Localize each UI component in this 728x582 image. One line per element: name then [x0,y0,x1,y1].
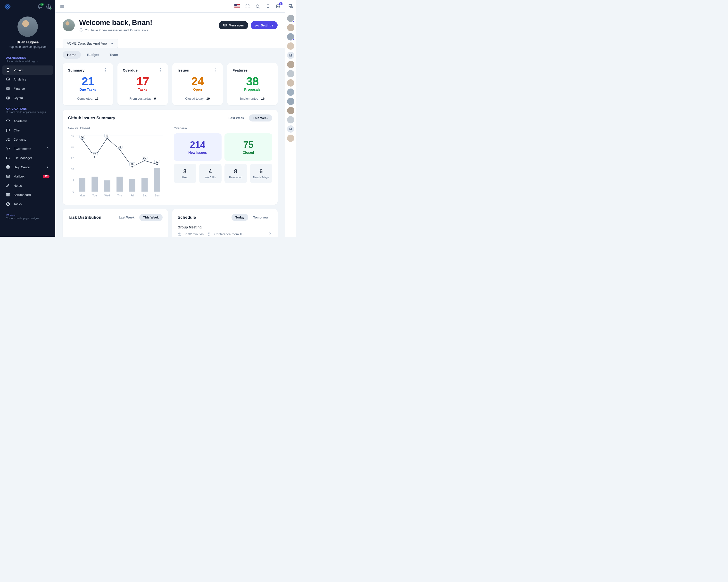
clipboard-icon [6,68,10,72]
menu-icon[interactable] [60,4,64,9]
contact-avatar[interactable] [287,79,294,87]
profile-email: hughes.brian@company.com [9,45,46,49]
gear-icon [255,23,259,27]
svg-point-36 [94,156,95,158]
bell-icon[interactable]: 3 [37,4,42,9]
toggle-this-week[interactable]: This Week [249,114,272,121]
contact-avatar[interactable] [287,98,294,105]
chevron-right-icon [46,165,50,169]
chevron-down-icon [110,41,114,45]
contact-avatar[interactable] [287,70,294,77]
bookmark-icon[interactable] [265,4,270,9]
contacts-rail: MM [285,0,296,237]
user-status-icon[interactable] [46,4,51,9]
nav-label: Chat [14,129,20,132]
sidebar-item-mailbox[interactable]: Mailbox 27 [2,172,53,181]
contact-avatar[interactable] [287,43,294,50]
chat-bubbles-icon[interactable] [288,3,293,9]
svg-rect-13 [6,175,10,177]
contact-avatar[interactable] [287,61,294,68]
chevron-right-icon [46,147,50,151]
contact-avatar[interactable] [287,15,294,22]
mini-stat: 8 Re-opened [225,164,247,183]
toggle-tomorrow[interactable]: Tomorrow [249,214,272,221]
overview-new-issues: 214 New Issues [174,133,222,161]
stat-number: 17 [123,75,163,88]
settings-button[interactable]: Settings [251,21,278,29]
more-icon[interactable]: ⋮ [158,68,163,72]
sidebar-item-academy[interactable]: Academy [2,116,53,126]
contact-avatar[interactable] [287,135,294,142]
contact-avatar[interactable]: M [287,126,294,133]
mail-icon [223,23,227,27]
stat-footer: Completed: 13 [68,97,108,101]
users-icon [6,137,10,142]
more-icon[interactable]: ⋮ [213,68,217,72]
bell-icon [79,28,83,32]
toggle-today[interactable]: Today [232,214,248,221]
page-subtitle: You have 2 new messages and 15 new tasks [85,28,148,32]
chevron-right-icon[interactable] [268,231,272,237]
contact-avatar[interactable] [287,116,294,123]
topbar: 5 [55,0,285,12]
svg-text:0: 0 [73,190,74,193]
cloud-icon [6,156,10,160]
sidebar-item-filemanager[interactable]: File Manager [2,153,53,163]
sidebar-item-notes[interactable]: Notes [2,181,53,190]
sidebar-item-analytics[interactable]: Analytics [2,75,53,84]
toggle-this-week[interactable]: This Week [139,214,163,221]
contact-avatar[interactable] [287,33,294,40]
github-issues-card: Github Issues Summary Last Week This Wee… [62,110,278,205]
fullscreen-icon[interactable] [245,4,250,9]
sidebar-item-contacts[interactable]: Contacts [2,135,53,144]
nav-label: Tasks [14,202,22,206]
sidebar-item-helpcenter[interactable]: Help Center [2,163,53,172]
tabs: Home Budget Team [62,51,278,59]
mini-stat: 4 Won't Fix [199,164,222,183]
messages-button[interactable]: Messages [219,21,248,29]
contact-avatar[interactable]: M [287,52,294,59]
sidebar-item-crypto[interactable]: Crypto [2,93,53,102]
contact-avatar[interactable] [287,24,294,31]
stat-card: Issues ⋮ 24 Open Closed today: 19 [172,63,223,105]
tab-budget[interactable]: Budget [83,51,103,59]
svg-point-39 [106,138,108,139]
mail-icon [6,174,10,178]
sidebar-item-chat[interactable]: Chat [2,126,53,135]
nav-label: Analytics [14,78,26,81]
tab-home[interactable]: Home [62,51,81,59]
contact-avatar[interactable] [287,107,294,114]
svg-point-10 [9,149,9,150]
svg-point-5 [8,88,8,89]
nav-section-dashboards: DASHBOARDS Unique dashboard designs [0,53,55,64]
nav-label: Finance [14,87,25,90]
flag-us-icon[interactable] [234,4,240,8]
stat-label: Due Tasks [68,87,108,91]
more-icon[interactable]: ⋮ [268,68,272,72]
toggle-last-week[interactable]: Last Week [115,214,138,221]
stat-footer: From yesterday: 9 [123,97,163,101]
toggle-last-week[interactable]: Last Week [225,114,248,121]
search-icon[interactable] [255,4,260,9]
svg-text:43: 43 [106,134,109,137]
stat-number: 38 [232,75,272,88]
sidebar-item-project[interactable]: Project [2,65,53,75]
tab-team[interactable]: Team [105,51,123,59]
svg-point-51 [156,164,158,165]
project-selector[interactable]: ACME Corp. Backend App [62,39,118,48]
svg-rect-31 [141,178,148,192]
contact-avatar[interactable] [287,88,294,96]
stat-card: Features ⋮ 38 Proposals Implemented: 16 [227,63,278,105]
svg-text:42: 42 [81,136,84,138]
sidebar-item-tasks[interactable]: Tasks [2,199,53,209]
card-title: Task Distribution [68,215,101,220]
stat-footer: Implemented: 16 [232,97,272,101]
sidebar-item-scrumboard[interactable]: Scrumboard [2,190,53,199]
inbox-icon[interactable]: 5 [276,4,281,9]
svg-text:Thu: Thu [118,194,122,197]
svg-rect-14 [6,193,10,196]
issues-chart: 091827364542284334202522MonTueWedThuFriS… [68,133,166,199]
more-icon[interactable]: ⋮ [103,68,108,72]
sidebar-item-ecommerce[interactable]: ECommerce [2,144,53,153]
sidebar-item-finance[interactable]: Finance [2,84,53,93]
